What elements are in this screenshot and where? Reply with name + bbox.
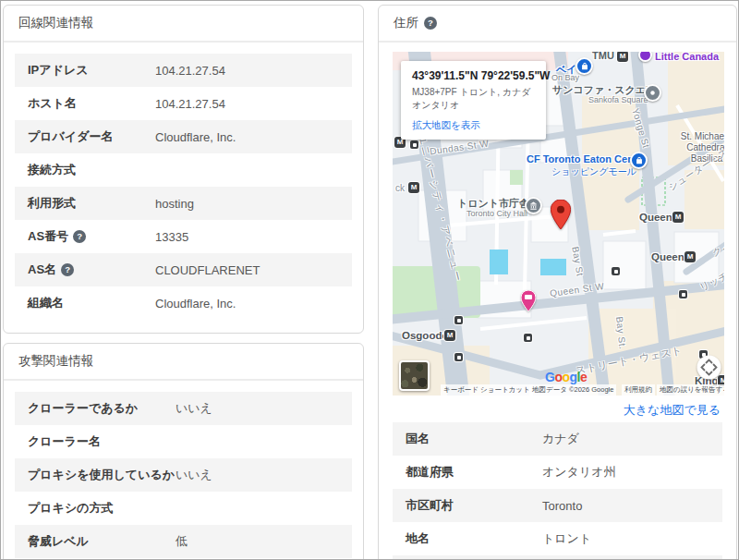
row-value: Cloudflare, Inc.: [155, 297, 236, 310]
row-label: 市区町村: [406, 497, 542, 514]
table-row: プロキシの方式: [15, 492, 352, 525]
transit-icon: [454, 316, 463, 324]
metro-station-icon: M: [684, 251, 696, 262]
row-label: ホスト名: [28, 95, 155, 112]
transit-icon: [679, 290, 687, 298]
table-row: プロキシを使用しているか いいえ: [15, 458, 352, 492]
map-label-little-canada[interactable]: Little Canada: [655, 52, 719, 62]
metro-station-icon: M: [672, 212, 684, 223]
row-value: カナダ: [542, 431, 579, 447]
map-label-tmu: TMU: [592, 52, 614, 61]
coordinates-title: 43°39'11.5"N 79°22'59.5"W: [412, 69, 535, 82]
row-value: hosting: [155, 197, 194, 211]
row-value: オンタリオ州: [542, 464, 616, 481]
line-info-title: 回線関連情報: [18, 15, 93, 31]
metro-station-icon: M: [617, 52, 628, 62]
table-row: IPアドレス 104.21.27.54: [15, 54, 352, 87]
table-row: 脅威レベル 低: [15, 525, 352, 558]
page: 回線関連情報 IPアドレス 104.21.27.54 ホスト名 104.21.2…: [0, 0, 739, 560]
open-larger-map-link[interactable]: 大きな地図で見る: [393, 396, 722, 422]
row-value: 低: [176, 533, 188, 550]
row-label: AS名?: [28, 262, 155, 278]
map-label-eaton-sub: ショッピングモール: [551, 165, 636, 178]
metro-station-icon: M: [444, 330, 455, 341]
map-info-window: 43°39'11.5"N 79°22'59.5"W MJ38+7PF トロント,…: [401, 61, 546, 140]
row-label: 利用形式: [28, 195, 155, 212]
line-info-body: IPアドレス 104.21.27.54 ホスト名 104.21.27.54 プロ…: [4, 43, 363, 331]
row-label: 都道府県: [406, 464, 542, 481]
row-label: クローラーであるか: [28, 400, 176, 417]
report-map-error-link[interactable]: 地図の誤りを報告する: [657, 384, 724, 396]
help-icon[interactable]: ?: [61, 263, 74, 276]
map-data-attribution: 地図データ ©2026 Google: [529, 384, 616, 396]
table-row: 利用形式 hosting: [15, 187, 352, 220]
line-info-card: 回線関連情報 IPアドレス 104.21.27.54 ホスト名 104.21.2…: [3, 5, 364, 334]
city-hall-poi-icon[interactable]: [525, 197, 542, 214]
pan-control[interactable]: [697, 355, 721, 380]
map-label-city-hall-en: Toronto City Hall: [466, 209, 527, 218]
attack-info-title: 攻撃関連情報: [18, 353, 93, 370]
google-map[interactable]: TMU M Little Canada ベイ On Bay サンコファ・スクエア…: [393, 52, 724, 396]
row-value: 104.21.27.54: [155, 64, 225, 78]
transit-icon: [524, 334, 532, 342]
transit-icon: [454, 353, 463, 361]
table-row-partial: [393, 555, 722, 560]
row-value: いいえ: [176, 400, 212, 417]
table-row: 都道府県 オンタリオ州: [393, 456, 722, 489]
google-logo[interactable]: Google: [545, 370, 587, 384]
table-row: クローラーであるか いいえ: [15, 392, 352, 425]
row-label: 接続方式: [28, 162, 155, 178]
row-label: クローラー名: [28, 433, 176, 450]
help-icon[interactable]: ?: [424, 17, 437, 30]
row-label: 組織名: [28, 295, 155, 311]
row-value: CLOUDFLARENET: [155, 263, 260, 277]
address-title: 住所: [394, 15, 418, 31]
row-label: 地名: [406, 530, 542, 547]
row-value: Toronto: [542, 499, 582, 513]
row-label: 脅威レベル: [28, 533, 176, 550]
table-row: AS番号? 13335: [15, 220, 352, 253]
table-row: ホスト名 104.21.27.54: [15, 87, 352, 120]
row-label: プロバイダー名: [28, 128, 155, 145]
shopping-bag-icon[interactable]: [630, 152, 648, 169]
attack-info-header: 攻撃関連情報: [4, 344, 363, 381]
table-row: クローラー名: [15, 425, 352, 458]
map-label-sankofa-en: Sankofa Square: [588, 95, 648, 104]
map-pin-icon[interactable]: [551, 200, 571, 233]
row-label: 国名: [406, 431, 542, 447]
map-label-eaton-centre[interactable]: CF Toronto Eaton Centre: [527, 153, 647, 164]
attack-info-card: 攻撃関連情報 クローラーであるか いいえ クローラー名 プロキシを使用しているか…: [3, 343, 364, 560]
row-value: Cloudflare, Inc.: [155, 130, 236, 144]
attack-info-body: クローラーであるか いいえ クローラー名 プロキシを使用しているか いいえ プロ…: [4, 381, 363, 560]
map-label-ck: ck: [395, 183, 405, 193]
sankofa-poi-icon[interactable]: [644, 84, 661, 102]
map-label-queen-station: Queen: [651, 251, 684, 262]
line-info-header: 回線関連情報: [4, 6, 363, 43]
view-larger-map-link[interactable]: 拡大地図を表示: [412, 119, 480, 132]
satellite-toggle-thumbnail[interactable]: [399, 360, 430, 391]
table-row: AS名? CLOUDFLARENET: [15, 253, 352, 286]
row-label: プロキシを使用しているか: [28, 467, 176, 483]
row-label: AS番号?: [28, 228, 155, 245]
row-value: トロント: [542, 530, 591, 547]
table-row: 市区町村 Toronto: [393, 489, 722, 522]
table-row: 地名 トロント: [393, 522, 722, 555]
row-value: いいえ: [176, 467, 212, 483]
hotel-pin-icon[interactable]: [521, 290, 536, 315]
row-label: プロキシの方式: [28, 500, 176, 517]
table-row: 国名 カナダ: [393, 422, 722, 456]
row-value: 104.21.27.54: [155, 97, 225, 111]
table-row: プロバイダー名 Cloudflare, Inc.: [15, 120, 352, 153]
keyboard-shortcuts-button[interactable]: キーボード ショートカット: [441, 384, 533, 396]
terms-link[interactable]: 利用規約: [622, 384, 655, 396]
address-card: 住所 ?: [378, 5, 737, 560]
map-label-queen-station: Queen: [639, 212, 672, 223]
map-label-osgoode-station: Osgoode: [402, 330, 448, 341]
help-icon[interactable]: ?: [73, 230, 86, 243]
transit-icon: [612, 267, 620, 275]
row-label: IPアドレス: [28, 62, 155, 79]
table-row: 接続方式: [15, 153, 352, 187]
address-body: TMU M Little Canada ベイ On Bay サンコファ・スクエア…: [379, 43, 736, 560]
map-label-on-bay: On Bay: [551, 73, 579, 82]
row-value: 13335: [155, 230, 188, 244]
